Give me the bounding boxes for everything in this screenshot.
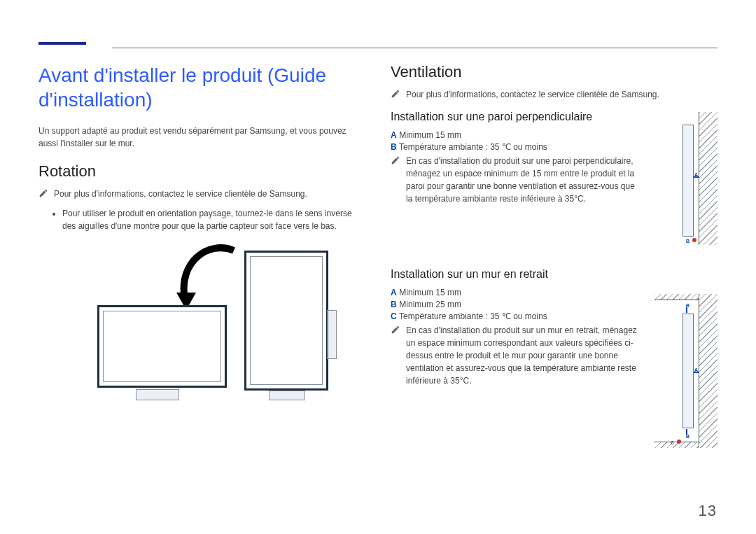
perp-row-a: A Minimum 15 mm: [391, 130, 643, 140]
rotation-illustration: [76, 244, 328, 401]
perp-b-key: B: [391, 142, 397, 152]
monitor-landscape: [97, 305, 227, 388]
horizontal-rule: [112, 48, 718, 48]
stand-portrait-bottom: [269, 391, 305, 400]
page-title: Avant d'installer le produit (Guide d'in…: [38, 63, 365, 112]
perp-a-val: Minimum 15 mm: [399, 130, 461, 140]
rotation-heading: Rotation: [38, 162, 365, 181]
vent-diagram-retrait: B A B C: [654, 294, 718, 448]
temp-dot-c: [677, 440, 681, 444]
retrait-b-key: B: [391, 300, 397, 309]
pencil-icon: [391, 155, 400, 165]
arrow-a: [694, 372, 699, 373]
temp-dot-b: [692, 238, 696, 242]
page-number: 13: [699, 502, 717, 520]
arrow-b-top: [686, 307, 687, 313]
ventilation-note-text: Pour plus d'informations, contactez le s…: [406, 90, 659, 99]
left-column: Avant d'installer le produit (Guide d'in…: [38, 63, 378, 510]
retrait-row-c: C Température ambiante : 35 ℃ ou moins: [391, 311, 643, 321]
wall-hatch: [699, 294, 718, 448]
intro-text: Un support adapté au produit est vendu s…: [38, 125, 365, 150]
retrait-c-val: Température ambiante : 35 ℃ ou moins: [399, 311, 547, 321]
wall-hatch: [699, 112, 718, 245]
ventilation-note: Pour plus d'informations, contactez le s…: [391, 88, 718, 101]
pencil-icon: [391, 89, 400, 99]
stand-landscape: [136, 389, 179, 400]
retrait-a-val: Minimum 15 mm: [399, 288, 461, 297]
perp-note: En cas d'installation du produit sur une…: [391, 155, 643, 205]
label-b: B: [686, 239, 690, 244]
retrait-b-val: Minimum 25 mm: [399, 300, 461, 309]
stand-portrait-side: [327, 310, 337, 359]
pencil-icon: [38, 188, 48, 198]
page-content: Avant d'installer le produit (Guide d'in…: [38, 63, 718, 510]
ventilation-heading: Ventilation: [391, 63, 718, 81]
rotation-note-text: Pour plus d'informations, contactez le s…: [54, 189, 307, 199]
retrait-heading: Installation sur un mur en retrait: [391, 268, 718, 281]
retrait-row-b: B Minimum 25 mm: [391, 300, 643, 309]
label-b-bot: B: [686, 434, 690, 439]
retrait-row-a: A Minimum 15 mm: [391, 288, 643, 297]
retrait-note-text: En cas d'installation du produit sur un …: [406, 325, 637, 386]
arrow-b-bot: [686, 429, 687, 435]
monitor-portrait: [244, 251, 328, 391]
product-plate: [682, 125, 694, 237]
accent-bar: [38, 42, 86, 45]
perp-b-val: Température ambiante : 35 ℃ ou moins: [399, 142, 547, 152]
perp-note-text: En cas d'installation du produit sur une…: [406, 156, 635, 204]
arrow-a: [694, 176, 699, 178]
perp-a-key: A: [391, 130, 397, 140]
rotate-arrow-icon: [171, 244, 248, 310]
rotation-note: Pour plus d'informations, contactez le s…: [38, 188, 365, 200]
label-c: C: [671, 440, 674, 445]
rotation-bullet: Pour utiliser le produit en orientation …: [62, 207, 365, 232]
rotation-bullets: Pour utiliser le produit en orientation …: [38, 207, 365, 232]
retrait-a-key: A: [391, 288, 397, 297]
ceiling-hatch: [654, 294, 699, 300]
right-column: Ventilation Pour plus d'informations, co…: [378, 63, 718, 510]
vent-diagram-perp: A B: [654, 112, 718, 245]
product-plate: [682, 314, 694, 428]
retrait-note: En cas d'installation du produit sur un …: [391, 324, 643, 387]
pencil-icon: [391, 325, 400, 335]
retrait-c-key: C: [391, 311, 397, 321]
perp-row-b: B Température ambiante : 35 ℃ ou moins: [391, 142, 643, 152]
